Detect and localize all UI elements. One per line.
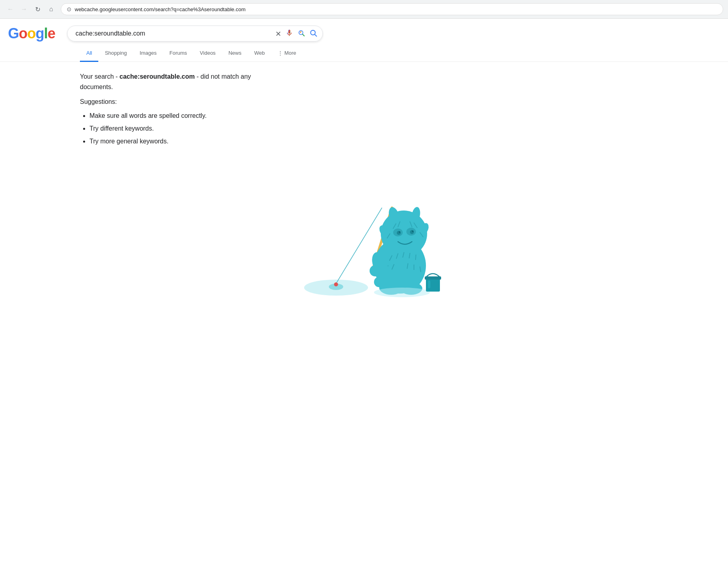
tab-videos[interactable]: Videos — [193, 45, 222, 62]
tab-images[interactable]: Images — [133, 45, 163, 62]
microphone-icon — [285, 29, 293, 37]
more-tab[interactable]: ⋮ More — [271, 45, 303, 62]
search-submit-button[interactable] — [309, 29, 317, 38]
clear-button[interactable]: ✕ — [275, 29, 281, 38]
svg-rect-47 — [425, 276, 441, 280]
no-results-illustration — [284, 164, 444, 308]
svg-point-26 — [410, 230, 414, 234]
search-tabs: All Shopping Images Forums Videos News W… — [0, 42, 728, 62]
nav-buttons: ← → ↻ ⌂ — [5, 4, 57, 15]
suggestion-2: Try different keywords. — [90, 122, 280, 135]
browser-chrome: ← → ↻ ⌂ ⊙ webcache.googleusercontent.com… — [0, 0, 728, 19]
svg-line-33 — [416, 255, 416, 260]
svg-line-4 — [315, 34, 317, 36]
svg-point-41 — [370, 265, 381, 276]
tab-all[interactable]: All — [80, 45, 98, 62]
svg-point-10 — [334, 282, 338, 286]
forward-button[interactable]: → — [18, 4, 30, 15]
tab-news[interactable]: News — [222, 45, 248, 62]
svg-rect-48 — [428, 280, 430, 288]
more-label: More — [284, 50, 296, 56]
no-match-prefix: Your search - — [80, 73, 119, 80]
suggestions-list: Make sure all words are spelled correctl… — [80, 109, 280, 148]
logo-e: e — [48, 25, 55, 42]
address-bar[interactable]: ⊙ webcache.googleusercontent.com/search?… — [61, 3, 723, 15]
svg-point-25 — [397, 231, 401, 235]
main-content: Your search - cache:seroundtable.com - d… — [0, 62, 280, 148]
no-match-query: cache:seroundtable.com — [119, 73, 195, 80]
svg-point-2 — [300, 31, 302, 32]
address-bar-url: webcache.googleusercontent.com/search?q=… — [75, 6, 717, 12]
logo-g: G — [8, 25, 19, 42]
reload-button[interactable]: ↻ — [32, 4, 43, 15]
svg-point-27 — [399, 231, 400, 233]
search-header: Google cache:seroundtable.com ✕ — [0, 19, 728, 42]
svg-point-45 — [374, 288, 430, 297]
tab-forums[interactable]: Forums — [163, 45, 193, 62]
search-icons: ✕ — [275, 29, 317, 38]
back-button[interactable]: ← — [5, 4, 16, 15]
dots-icon: ⋮ — [278, 50, 283, 56]
illustration-container — [0, 164, 728, 324]
home-button[interactable]: ⌂ — [46, 4, 57, 15]
suggestion-3: Try more general keywords. — [90, 135, 280, 148]
address-bar-icon: ⊙ — [67, 6, 72, 12]
svg-line-1 — [302, 34, 304, 36]
search-query[interactable]: cache:seroundtable.com — [76, 30, 302, 37]
logo-o2: o — [27, 25, 36, 42]
no-results-message: Your search - cache:seroundtable.com - d… — [80, 71, 280, 92]
lens-search-button[interactable] — [297, 29, 305, 38]
logo-l: l — [44, 25, 48, 42]
svg-point-28 — [412, 230, 414, 232]
search-box-container: cache:seroundtable.com ✕ — [67, 26, 323, 42]
lens-icon — [297, 29, 305, 37]
tab-web[interactable]: Web — [248, 45, 271, 62]
search-icon — [309, 29, 317, 37]
search-box: cache:seroundtable.com ✕ — [67, 26, 323, 42]
suggestion-1: Make sure all words are spelled correctl… — [90, 109, 280, 122]
voice-search-button[interactable] — [285, 29, 293, 38]
logo-g2: g — [36, 25, 44, 42]
suggestions-title: Suggestions: — [80, 98, 280, 105]
google-logo[interactable]: Google — [8, 25, 55, 42]
google-page: Google cache:seroundtable.com ✕ — [0, 19, 728, 564]
tab-shopping[interactable]: Shopping — [98, 45, 133, 62]
logo-o1: o — [19, 25, 27, 42]
